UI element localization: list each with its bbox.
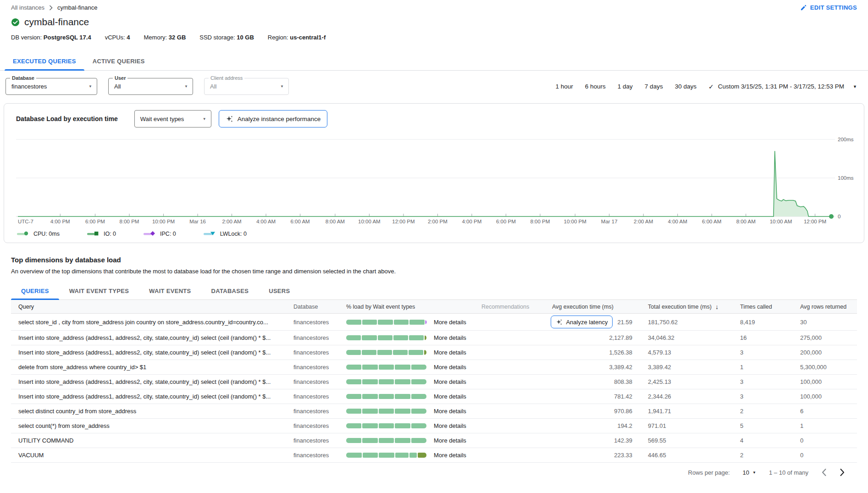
avg-rows-cell: 275,000 xyxy=(796,334,857,341)
more-details-link[interactable]: More details xyxy=(434,378,466,385)
load-chart[interactable]: 200ms100ms0UTC-74:00 PM6:00 PM8:00 PM10:… xyxy=(11,130,857,227)
tab-wait-events[interactable]: WAIT EVENTS xyxy=(139,282,201,299)
database-filter[interactable]: Databasefinancestores▼ xyxy=(6,78,97,95)
load-bar-segment xyxy=(411,394,426,399)
query-text[interactable]: delete from store_address where country_… xyxy=(11,364,293,371)
breadcrumb-all-instances[interactable]: All instances xyxy=(11,4,44,11)
more-details-link[interactable]: More details xyxy=(434,408,466,415)
more-details-link[interactable]: More details xyxy=(434,422,466,429)
ipc-series-icon xyxy=(144,231,156,237)
chart-dimension-select[interactable]: Wait event types ▼ xyxy=(134,110,211,127)
avg-execution-cell: 2,127.89 xyxy=(546,334,640,341)
query-text[interactable]: select store_id , city from store_addres… xyxy=(11,319,293,326)
next-page-button[interactable] xyxy=(840,468,845,476)
time-range-selector: 1 hour6 hours1 day7 days30 days✓Custom 3… xyxy=(556,83,857,90)
query-text[interactable]: select count(*) from store_address xyxy=(11,422,293,429)
query-text[interactable]: UTILITY COMMAND xyxy=(11,437,293,444)
x-axis-label: 12:00 PM xyxy=(804,219,826,224)
avg-execution-value: 808.38 xyxy=(614,378,632,385)
analyze-instance-performance-button[interactable]: Analyze instance performance xyxy=(219,110,328,127)
user-filter[interactable]: UserAll▼ xyxy=(108,78,193,95)
column-header-times-called[interactable]: Times called xyxy=(734,304,796,310)
meta-label: vCPUs: xyxy=(105,34,127,41)
column-header-load-by-wait-event-types[interactable]: % load by Wait event types xyxy=(346,304,481,310)
edit-settings-label: EDIT SETTINGS xyxy=(810,4,857,11)
more-details-link[interactable]: More details xyxy=(434,319,466,326)
x-axis-label: 2:00 PM xyxy=(428,219,448,224)
table-row: Insert into store_address (address1, add… xyxy=(11,389,857,404)
legend-item-cpu[interactable]: CPU: 0ms xyxy=(17,231,60,237)
sort-desc-icon: ↓ xyxy=(715,303,719,310)
load-cell: More details xyxy=(346,437,481,444)
legend-item-ipc[interactable]: IPC: 0 xyxy=(144,231,176,237)
column-header-database[interactable]: Database xyxy=(293,304,346,310)
query-text[interactable]: Insert into store_address (address1, add… xyxy=(11,393,293,400)
load-bar-segment xyxy=(409,350,423,355)
query-text[interactable]: Insert into store_address (address1, add… xyxy=(11,349,293,356)
time-range-6-hours[interactable]: 6 hours xyxy=(585,83,606,90)
avg-rows-cell: 100,000 xyxy=(796,393,857,400)
filter-value: financestores xyxy=(11,83,47,90)
load-bar-segment xyxy=(362,350,376,355)
load-bar-segment xyxy=(346,350,361,355)
more-details-link[interactable]: More details xyxy=(434,437,466,444)
query-text[interactable]: select distinct country_id from store_ad… xyxy=(11,408,293,415)
more-details-link[interactable]: More details xyxy=(434,393,466,400)
tab-active-queries[interactable]: ACTIVE QUERIES xyxy=(84,52,153,70)
time-range-1-day[interactable]: 1 day xyxy=(618,83,633,90)
database-cell: financestores xyxy=(293,349,346,356)
x-axis-label: 6:00 PM xyxy=(85,219,105,224)
column-header-total-execution-time-ms[interactable]: Total execution time (ms)↓ xyxy=(640,303,734,310)
previous-page-button[interactable] xyxy=(821,468,827,476)
query-text[interactable]: VACUUM xyxy=(11,452,293,459)
load-bar-segment xyxy=(346,453,362,458)
edit-settings-button[interactable]: EDIT SETTINGS xyxy=(800,4,857,11)
column-header-query[interactable]: Query xyxy=(11,304,293,310)
load-bar-segment xyxy=(379,423,394,428)
legend-item-lwlock[interactable]: LWLock: 0 xyxy=(204,231,247,237)
load-bar-segment xyxy=(346,438,361,443)
load-bar-segment xyxy=(424,350,426,355)
column-header-avg-rows-returned[interactable]: Avg rows returned xyxy=(796,304,857,310)
total-execution-value: 34,046.32 xyxy=(648,334,674,341)
query-text[interactable]: Insert into store_address (address1, add… xyxy=(11,334,293,341)
avg-execution-value: 970.86 xyxy=(614,408,632,415)
more-details-link[interactable]: More details xyxy=(434,452,466,459)
tab-databases[interactable]: DATABASES xyxy=(201,282,259,299)
avg-rows-cell: 200,000 xyxy=(796,349,857,356)
tab-queries[interactable]: QUERIES xyxy=(11,282,59,299)
column-header-avg-execution-time-ms[interactable]: Avg execution time (ms) xyxy=(546,304,640,310)
times-called-value: 3 xyxy=(740,349,743,356)
rows-per-page-select[interactable]: 10 ▼ xyxy=(743,469,756,476)
total-execution-value: 3,389.42 xyxy=(648,364,671,371)
analyze-latency-button[interactable]: Analyze latency xyxy=(551,316,613,328)
tab-wait-event-types[interactable]: WAIT EVENT TYPES xyxy=(59,282,139,299)
x-axis-label: 4:00 PM xyxy=(462,219,481,224)
load-bar-segment xyxy=(411,409,426,414)
legend-item-io[interactable]: IO: 0 xyxy=(87,231,116,237)
table-row: delete from store_address where country_… xyxy=(11,360,857,375)
time-range-30-days[interactable]: 30 days xyxy=(675,83,697,90)
load-bar-segment xyxy=(362,335,376,340)
more-details-link[interactable]: More details xyxy=(434,364,466,371)
more-details-link[interactable]: More details xyxy=(434,349,466,356)
client-address-filter[interactable]: Client addressAll▼ xyxy=(204,78,289,95)
tab-executed-queries[interactable]: EXECUTED QUERIES xyxy=(5,52,84,70)
tab-users[interactable]: USERS xyxy=(259,282,300,299)
meta-label: Region: xyxy=(268,34,290,41)
column-header-recommendations[interactable]: Recommendations xyxy=(481,304,546,310)
database-cell: financestores xyxy=(293,393,346,400)
breadcrumb-current: cymbal-finance xyxy=(57,4,97,11)
more-details-link[interactable]: More details xyxy=(434,334,466,341)
load-bar-segment xyxy=(377,350,392,355)
time-range-7-days[interactable]: 7 days xyxy=(645,83,663,90)
load-bar-segment xyxy=(346,409,361,414)
time-range-custom[interactable]: ✓Custom 3/15/25, 1:31 PM - 3/17/25, 12:5… xyxy=(708,83,857,90)
analyze-instance-performance-label: Analyze instance performance xyxy=(238,116,321,122)
breadcrumb-chevron-icon xyxy=(49,5,53,11)
load-cell: More details xyxy=(346,422,481,429)
query-text[interactable]: Insert into store_address (address1, add… xyxy=(11,378,293,385)
filter-label: User xyxy=(113,75,127,81)
query-insights-page: All instances cymbal-finance EDIT SETTIN… xyxy=(0,0,868,476)
time-range-1-hour[interactable]: 1 hour xyxy=(556,83,573,90)
